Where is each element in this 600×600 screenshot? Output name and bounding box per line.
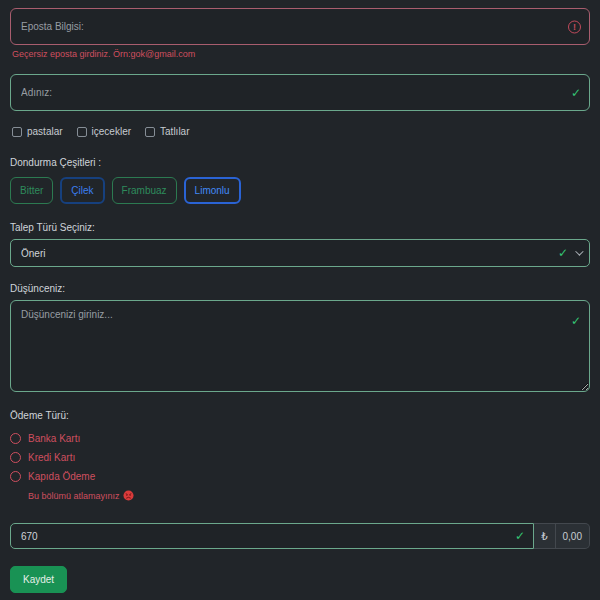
- radio-circle-icon[interactable]: [10, 471, 21, 482]
- payment-type-label: Ödeme Türü:: [10, 410, 590, 421]
- email-input[interactable]: [10, 8, 590, 45]
- valid-check-icon: ✓: [558, 246, 568, 260]
- payment-warning: Bu bölümü atlamayınız: [28, 490, 590, 501]
- thoughts-textarea[interactable]: [10, 300, 590, 392]
- ice-cream-button-bitter[interactable]: Bitter: [10, 177, 53, 204]
- valid-check-icon: ✓: [571, 314, 581, 328]
- request-type-label: Talep Türü Seçiniz:: [10, 222, 590, 233]
- thoughts-field-wrap: ✓: [10, 300, 590, 410]
- checkbox-box-icon[interactable]: [77, 127, 87, 137]
- thoughts-label: Düşünceniz:: [10, 283, 590, 294]
- payment-radio-group: Banka Kartı Kredi Kartı Kapıda Ödeme: [10, 433, 590, 482]
- email-error-text: Geçersiz eposta girdiniz. Örn:gok@gmail.…: [12, 49, 590, 59]
- email-field-wrap: !: [10, 8, 590, 45]
- ice-cream-button-row: Bitter Çilek Frambuaz Limonlu: [10, 177, 590, 204]
- ice-cream-button-frambuaz[interactable]: Frambuaz: [112, 177, 177, 204]
- valid-check-icon: ✓: [571, 86, 581, 100]
- radio-label: Kredi Kartı: [28, 452, 75, 463]
- amount-input-group: ✓ ₺ 0,00: [10, 523, 590, 549]
- radio-label: Banka Kartı: [28, 433, 80, 444]
- invalid-exclamation-icon: !: [568, 20, 581, 33]
- amount-input[interactable]: [10, 523, 534, 549]
- request-type-selected-value: Öneri: [21, 248, 45, 259]
- checkbox-label: içecekler: [92, 126, 131, 137]
- radio-circle-icon[interactable]: [10, 433, 21, 444]
- checkbox-icecekler[interactable]: içecekler: [77, 126, 131, 137]
- ice-cream-button-limonlu[interactable]: Limonlu: [184, 177, 241, 204]
- checkbox-tatlilar[interactable]: Tatlılar: [145, 126, 189, 137]
- checkbox-pastalar[interactable]: pastalar: [12, 126, 63, 137]
- radio-label: Kapıda Ödeme: [28, 471, 95, 482]
- angry-emoji-icon: [123, 490, 134, 501]
- radio-banka-karti[interactable]: Banka Kartı: [10, 433, 590, 444]
- ice-cream-section-label: Dondurma Çeşitleri :: [10, 157, 590, 168]
- checkbox-label: Tatlılar: [160, 126, 189, 137]
- checkbox-box-icon[interactable]: [145, 127, 155, 137]
- request-type-select[interactable]: Öneri ✓: [10, 239, 590, 267]
- name-input[interactable]: [10, 74, 590, 111]
- valid-check-icon: ✓: [515, 529, 525, 543]
- currency-symbol-addon: ₺: [534, 523, 555, 549]
- formatted-amount-addon: 0,00: [556, 523, 590, 549]
- radio-kredi-karti[interactable]: Kredi Kartı: [10, 452, 590, 463]
- checkbox-box-icon[interactable]: [12, 127, 22, 137]
- chevron-down-icon: [575, 247, 583, 255]
- ice-cream-button-cilek[interactable]: Çilek: [60, 177, 104, 204]
- radio-kapida-odeme[interactable]: Kapıda Ödeme: [10, 471, 590, 482]
- payment-warning-text: Bu bölümü atlamayınız: [28, 491, 120, 501]
- save-button[interactable]: Kaydet: [10, 566, 67, 593]
- radio-circle-icon[interactable]: [10, 452, 21, 463]
- checkbox-label: pastalar: [27, 126, 63, 137]
- product-checkbox-row: pastalar içecekler Tatlılar: [12, 126, 590, 137]
- name-field-wrap: ✓: [10, 74, 590, 111]
